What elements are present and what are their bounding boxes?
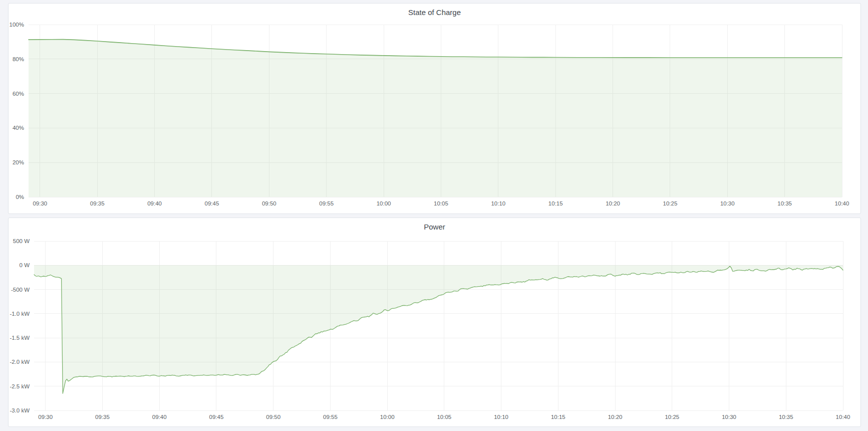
- series-fill-0: [29, 40, 842, 197]
- y-tick-label: 80%: [13, 56, 24, 62]
- x-tick-label: 10:10: [494, 414, 508, 420]
- x-tick-label: 09:35: [95, 414, 110, 420]
- y-tick-label: -2.5 kW: [10, 383, 30, 389]
- x-tick-label: 10:15: [548, 200, 563, 206]
- x-tick-label: 10:35: [777, 200, 792, 206]
- x-tick-label: 09:30: [38, 414, 53, 420]
- x-tick-label: 09:40: [147, 200, 162, 206]
- x-tick-label: 10:05: [434, 200, 448, 206]
- x-tick-label: 10:00: [377, 200, 391, 206]
- x-tick-label: 09:45: [205, 200, 219, 206]
- state-of-charge-chart[interactable]: 100%80%60%40%20%0%09:3009:3509:4009:4509…: [9, 4, 860, 213]
- x-tick-label: 09:55: [319, 200, 334, 206]
- y-tick-label: -3.0 kW: [10, 407, 30, 413]
- x-tick-label: 10:40: [836, 414, 850, 420]
- x-tick-label: 10:35: [779, 414, 793, 420]
- x-tick-label: 09:45: [209, 414, 224, 420]
- x-tick-label: 10:05: [437, 414, 451, 420]
- x-tick-label: 10:10: [491, 200, 505, 206]
- y-tick-label: -1.0 kW: [10, 311, 30, 317]
- y-tick-label: -500 W: [11, 287, 30, 293]
- y-tick-label: 40%: [13, 125, 24, 131]
- y-tick-label: 500 W: [13, 238, 30, 244]
- series-fill-0: [34, 265, 843, 393]
- x-tick-label: 10:15: [551, 414, 565, 420]
- x-tick-label: 10:20: [606, 200, 620, 206]
- x-tick-label: 10:20: [608, 414, 623, 420]
- power-chart[interactable]: 500 W0 W-500 W-1.0 kW-1.5 kW-2.0 kW-2.5 …: [9, 218, 860, 426]
- x-tick-label: 10:30: [722, 414, 736, 420]
- panel-state-of-charge: State of Charge 100%80%60%40%20%0%09:300…: [8, 3, 861, 214]
- grafana-dashboard: State of Charge 100%80%60%40%20%0%09:300…: [0, 0, 868, 431]
- y-tick-label: 60%: [13, 91, 24, 97]
- x-tick-label: 09:50: [266, 414, 280, 420]
- x-tick-label: 09:35: [90, 200, 105, 206]
- x-tick-label: 10:25: [665, 414, 679, 420]
- y-tick-label: -2.0 kW: [10, 359, 30, 365]
- x-tick-label: 09:50: [262, 200, 276, 206]
- panel-power: Power 500 W0 W-500 W-1.0 kW-1.5 kW-2.0 k…: [8, 218, 861, 427]
- x-tick-label: 10:00: [380, 414, 395, 420]
- x-tick-label: 10:40: [835, 200, 849, 206]
- x-tick-label: 09:40: [152, 414, 167, 420]
- y-tick-label: 0 W: [20, 262, 30, 268]
- y-tick-label: 20%: [13, 159, 24, 165]
- panel-title-state-of-charge[interactable]: State of Charge: [9, 8, 860, 17]
- y-tick-label: 100%: [10, 22, 24, 28]
- x-tick-label: 10:30: [720, 200, 735, 206]
- x-tick-label: 09:55: [323, 414, 338, 420]
- x-tick-label: 10:25: [663, 200, 678, 206]
- panel-title-power[interactable]: Power: [9, 223, 860, 231]
- x-tick-label: 09:30: [33, 200, 47, 206]
- y-tick-label: -1.5 kW: [10, 335, 30, 341]
- y-tick-label: 0%: [16, 194, 24, 200]
